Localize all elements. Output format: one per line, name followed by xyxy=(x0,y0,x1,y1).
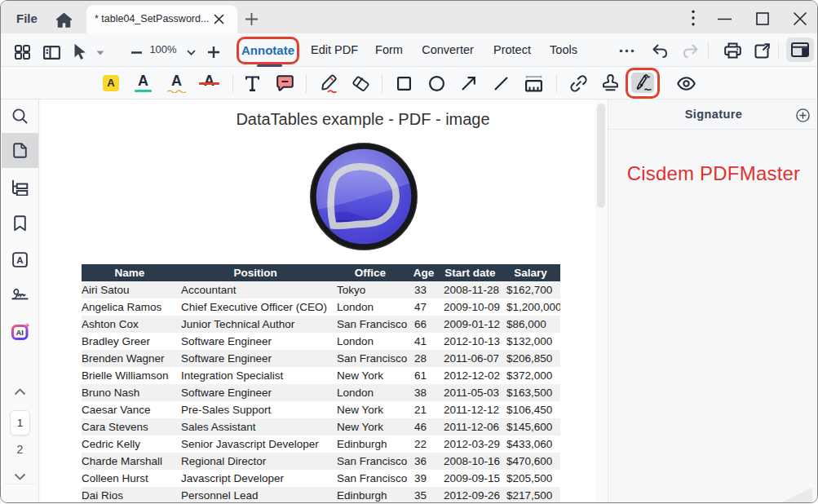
svg-text:AI: AI xyxy=(16,329,24,337)
svg-text:A: A xyxy=(16,255,23,265)
